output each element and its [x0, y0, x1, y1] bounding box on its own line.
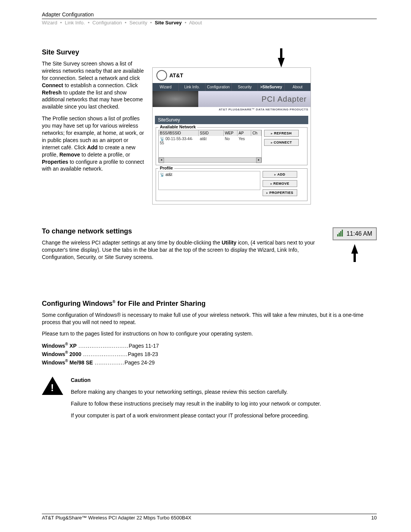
signal-bars-icon[interactable] [337, 230, 343, 238]
configuring-windows-heading: Configuring Windows® for File and Printe… [42, 300, 377, 308]
system-tray: 11:46 AM [333, 227, 377, 240]
table-row[interactable]: 📡 00-11-55-33-44-55 at&t No Yes [159, 136, 261, 146]
crumb-linkinfo: Link Info. [65, 20, 85, 26]
tab-linkinfo[interactable]: Link Info. [179, 83, 205, 91]
os-page-list: Windows® XP ...........................P… [42, 342, 377, 365]
refresh-button[interactable]: REFRESH [264, 130, 299, 137]
scroll-right-icon[interactable]: ▸ [256, 158, 261, 163]
screen-title: SiteSurvey [155, 116, 308, 124]
crumb-sep: • [88, 20, 90, 26]
tab-sitesurvey[interactable]: >SiteSurvey [258, 83, 284, 91]
caution-heading: Caution [71, 377, 377, 384]
app-window-screenshot: AT&T Wizard Link Info. Configuration Sec… [152, 67, 311, 204]
page-footer: AT&T Plug&Share™ Wireless PCI Adapter 22… [42, 514, 377, 521]
tab-wizard[interactable]: Wizard [153, 83, 179, 91]
crumb-site-survey: Site Survey [155, 20, 182, 26]
crumb-configuration: Configuration [92, 20, 122, 26]
list-item: Windows® Me/98 SE ................Pages … [42, 359, 377, 366]
config-para2: Please turn to the pages listed for inst… [42, 330, 377, 337]
tab-about[interactable]: About [285, 83, 311, 91]
crumb-sep: • [150, 20, 152, 26]
crumb-security: Security [129, 20, 147, 26]
banner-title: PCI Adapter [261, 95, 307, 104]
change-settings-para: Change the wireless PCI adapter settings… [42, 239, 321, 261]
change-settings-heading: To change network settings [42, 227, 321, 235]
site-survey-para2: The Profile section shows a list of prof… [42, 115, 145, 173]
col-ch[interactable]: Ch [251, 130, 261, 136]
caution-p3: If your computer is part of a work envir… [71, 412, 377, 419]
crumb-sep: • [125, 20, 127, 26]
available-network-group: Available Network BSS/IBSSID SSID WEP AP… [156, 127, 307, 165]
banner-photo [153, 91, 198, 107]
crumb-sep: • [185, 20, 186, 26]
caution-p1: Before making any changes to your networ… [71, 388, 377, 396]
available-network-legend: Available Network [158, 125, 197, 129]
tab-security[interactable]: Security [232, 83, 258, 91]
horizontal-scrollbar[interactable]: ◂ ▸ [159, 157, 261, 162]
page-number: 10 [371, 515, 377, 521]
breadcrumb: Wizard • Link Info. • Configuration • Se… [42, 20, 377, 26]
add-button[interactable]: ADD [263, 171, 297, 178]
scroll-left-icon[interactable]: ◂ [159, 158, 164, 163]
network-table: BSS/IBSSID SSID WEP AP Ch 📡 00-11-55-33-… [158, 130, 262, 163]
profile-list[interactable]: 📡 at&t [158, 171, 260, 190]
site-survey-para1: The Site Survey screen shows a list of w… [42, 60, 145, 110]
profile-group: Profile 📡 at&t ADD REMOVE PROPERTIES [156, 168, 307, 201]
connect-button[interactable]: CONNECT [264, 139, 299, 146]
list-item: Windows® 2000 ........................Pa… [42, 350, 377, 357]
list-item: Windows® XP ...........................P… [42, 342, 377, 349]
arrow-down-icon [278, 58, 285, 67]
config-para1: Some configuration of Windows® is necess… [42, 312, 377, 326]
antenna-icon: 📡 [160, 137, 164, 141]
crumb-sep: • [60, 20, 62, 26]
tray-clock: 11:46 AM [346, 230, 372, 237]
banner-subtitle: AT&T PLUG&SHARE™ DATA NETWORKING PRODUCT… [153, 107, 311, 112]
profile-legend: Profile [158, 166, 174, 170]
caution-icon [42, 377, 63, 396]
crumb-wizard: Wizard [42, 20, 57, 26]
globe-icon [156, 70, 167, 81]
header-underline [42, 19, 377, 19]
app-logo-text: AT&T [169, 72, 183, 78]
antenna-icon: 📡 [160, 173, 164, 177]
properties-button[interactable]: PROPERTIES [263, 189, 297, 196]
caution-p2: Failure to follow these instructions pre… [71, 400, 377, 407]
arrow-up-icon [351, 244, 358, 254]
col-ap[interactable]: AP [237, 130, 251, 136]
page-header: Adapter Configuration [42, 11, 377, 18]
tab-configuration[interactable]: Configuration [206, 83, 232, 91]
remove-button[interactable]: REMOVE [263, 180, 297, 187]
col-wep[interactable]: WEP [224, 130, 237, 136]
footer-text: AT&T Plug&Share™ Wireless PCI Adapter 22… [42, 515, 191, 521]
col-bss[interactable]: BSS/IBSSID [159, 130, 199, 136]
col-ssid[interactable]: SSID [199, 130, 224, 136]
site-survey-heading: Site Survey [42, 48, 145, 56]
crumb-about: About [189, 20, 202, 26]
profile-item[interactable]: at&t [166, 173, 172, 177]
